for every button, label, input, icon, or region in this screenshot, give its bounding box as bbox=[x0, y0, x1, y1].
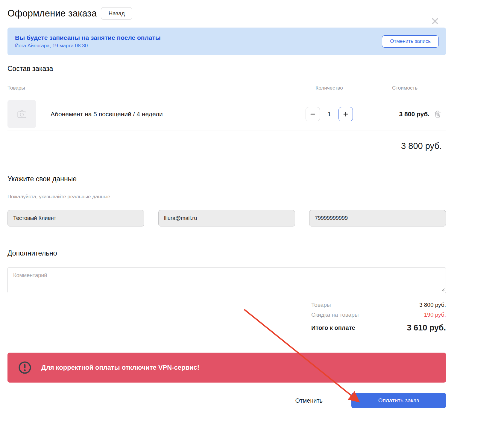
summary-items-value: 3 800 руб. bbox=[419, 302, 446, 308]
product-name: Абонемент на 5 посещений / 4 недели bbox=[51, 111, 163, 118]
booking-banner-subtitle: Йога Айенгара, 19 марта 08:30 bbox=[15, 43, 161, 49]
summary-row-total: Итого к оплате 3 610 руб. bbox=[311, 321, 446, 334]
column-header-items: Товары bbox=[7, 85, 295, 91]
summary-items-label: Товары bbox=[311, 302, 331, 308]
booking-banner: Вы будете записаны на занятие после опла… bbox=[7, 28, 446, 55]
email-input[interactable] bbox=[158, 210, 295, 226]
vpn-warning-text: Для корректной оплаты отключите VPN-серв… bbox=[41, 364, 199, 371]
cancel-button[interactable]: Отменить bbox=[295, 397, 323, 404]
column-header-price: Стоимость bbox=[364, 85, 446, 91]
camera-icon bbox=[17, 110, 26, 118]
delete-item-button[interactable] bbox=[434, 110, 441, 118]
item-price: 3 800 руб. bbox=[399, 111, 429, 118]
checkout-page: Оформление заказа Назад Вы будете записа… bbox=[0, 0, 504, 429]
pay-button[interactable]: Оплатить заказ bbox=[351, 393, 446, 408]
name-input[interactable] bbox=[7, 210, 144, 226]
summary-discount-label: Скидка на товары bbox=[311, 312, 359, 318]
summary-total-value: 3 610 руб. bbox=[407, 323, 446, 333]
trash-icon bbox=[434, 110, 441, 118]
phone-input[interactable] bbox=[309, 210, 446, 226]
comment-input[interactable] bbox=[7, 267, 446, 293]
order-summary: Товары 3 800 руб. Скидка на товары 190 р… bbox=[311, 302, 446, 334]
booking-banner-text: Вы будете записаны на занятие после опла… bbox=[15, 34, 161, 49]
order-section-title: Состав заказа bbox=[7, 65, 446, 74]
price-cell: 3 800 руб. bbox=[364, 110, 446, 118]
summary-row-discount: Скидка на товары 190 руб. bbox=[311, 312, 446, 321]
summary-row-items: Товары 3 800 руб. bbox=[311, 302, 446, 312]
quantity-decrease-button[interactable] bbox=[306, 107, 320, 121]
customer-hint: Пожалуйста, указывайте реальные данные bbox=[7, 194, 446, 200]
comment-field-wrap bbox=[7, 267, 446, 293]
summary-discount-value: 190 руб. bbox=[424, 312, 446, 318]
minus-icon bbox=[310, 111, 315, 117]
order-item-row: Абонемент на 5 посещений / 4 недели 1 3 … bbox=[7, 95, 446, 131]
summary-total-label: Итого к оплате bbox=[311, 324, 355, 331]
customer-fields bbox=[7, 210, 446, 226]
resize-handle-icon[interactable] bbox=[441, 287, 445, 291]
quantity-increase-button[interactable] bbox=[338, 107, 353, 121]
close-icon[interactable] bbox=[431, 17, 439, 25]
page-header: Оформление заказа Назад bbox=[7, 7, 446, 20]
back-button[interactable]: Назад bbox=[101, 7, 132, 20]
column-header-quantity: Количество bbox=[295, 85, 364, 91]
vpn-warning-banner: Для корректной оплаты отключите VPN-серв… bbox=[7, 353, 446, 383]
product-image-placeholder bbox=[7, 100, 36, 128]
order-subtotal: 3 800 руб. bbox=[7, 141, 446, 155]
plus-icon bbox=[343, 111, 348, 117]
customer-section-title: Укажите свои данные bbox=[7, 175, 446, 184]
page-title: Оформление заказа bbox=[7, 8, 97, 19]
quantity-value: 1 bbox=[324, 111, 334, 118]
booking-banner-title: Вы будете записаны на занятие после опла… bbox=[15, 34, 161, 41]
footer-actions: Отменить Оплатить заказ bbox=[7, 393, 446, 408]
cancel-booking-button[interactable]: Отменить запись bbox=[382, 35, 439, 48]
additional-section-title: Дополнительно bbox=[7, 249, 446, 258]
order-table-header: Товары Количество Стоимость bbox=[7, 85, 446, 95]
exclamation-icon bbox=[18, 361, 31, 374]
product-cell: Абонемент на 5 посещений / 4 недели bbox=[7, 100, 295, 128]
quantity-stepper: 1 bbox=[295, 107, 364, 121]
